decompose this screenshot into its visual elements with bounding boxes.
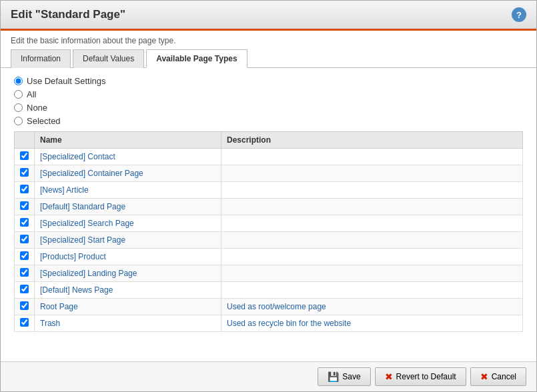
row-checkbox-cell [15, 232, 35, 249]
col-header-name: Name [35, 132, 221, 149]
row-checkbox[interactable] [20, 185, 29, 193]
row-checkbox-cell [15, 165, 35, 182]
row-description [221, 165, 523, 182]
dialog: Edit "Standard Page" ? Edit the basic in… [0, 0, 537, 392]
radio-use-default-label: Use Default Settings [27, 76, 106, 86]
table-row: [Specialized] Contact [15, 149, 523, 165]
radio-selected: Selected [14, 116, 523, 126]
table-row: [Specialized] Search Page [15, 215, 523, 232]
cancel-button[interactable]: ✖ Cancel [470, 367, 526, 386]
table-row: Root PageUsed as root/welcome page [15, 299, 523, 315]
tab-available-page-types[interactable]: Available Page Types [146, 49, 247, 68]
row-description [221, 249, 523, 265]
radio-none-input[interactable] [14, 103, 23, 112]
title-bar: Edit "Standard Page" ? [1, 1, 536, 31]
row-checkbox-cell [15, 199, 35, 215]
row-name: [News] Article [35, 182, 221, 199]
table-row: [Specialized] Start Page [15, 232, 523, 249]
row-checkbox-cell [15, 299, 35, 315]
row-description [221, 182, 523, 199]
cancel-icon: ✖ [480, 371, 488, 382]
revert-label: Revert to Default [396, 372, 456, 381]
row-checkbox[interactable] [20, 318, 29, 327]
row-name: Root Page [35, 299, 221, 315]
row-checkbox[interactable] [20, 301, 29, 310]
table-row: [Default] Standard Page [15, 199, 523, 215]
revert-button[interactable]: ✖ Revert to Default [375, 367, 466, 386]
row-description [221, 149, 523, 165]
save-label: Save [342, 372, 360, 381]
row-checkbox[interactable] [20, 168, 29, 177]
radio-use-default-input[interactable] [14, 77, 23, 85]
table-row: [Specialized] Landing Page [15, 265, 523, 282]
table-row: [News] Article [15, 182, 523, 199]
cancel-label: Cancel [492, 372, 516, 381]
row-name: [Specialized] Start Page [35, 232, 221, 249]
tab-default-values[interactable]: Default Values [73, 49, 144, 68]
row-checkbox[interactable] [20, 201, 29, 210]
row-checkbox[interactable] [20, 235, 29, 243]
row-name: [Specialized] Search Page [35, 215, 221, 232]
row-description [221, 265, 523, 282]
row-description [221, 199, 523, 215]
row-description: Used as root/welcome page [221, 299, 523, 315]
row-checkbox[interactable] [20, 218, 29, 227]
radio-all: All [14, 89, 523, 99]
radio-selected-input[interactable] [14, 117, 23, 125]
content-area: Use Default Settings All None Selected N… [1, 68, 536, 361]
row-name: [Specialized] Landing Page [35, 265, 221, 282]
row-checkbox[interactable] [20, 268, 29, 277]
save-icon: 💾 [328, 371, 339, 382]
row-name: [Default] Standard Page [35, 199, 221, 215]
subtitle: Edit the basic information about the pag… [1, 31, 536, 49]
radio-all-label: All [27, 89, 36, 99]
revert-icon: ✖ [385, 371, 393, 382]
row-checkbox-cell [15, 249, 35, 265]
table-row: [Products] Product [15, 249, 523, 265]
row-name: [Products] Product [35, 249, 221, 265]
dialog-title: Edit "Standard Page" [11, 8, 125, 21]
table-row: [Specialized] Container Page [15, 165, 523, 182]
row-name: [Specialized] Contact [35, 149, 221, 165]
radio-none-label: None [27, 103, 47, 113]
row-description [221, 215, 523, 232]
table-row: TrashUsed as recycle bin for the website [15, 315, 523, 332]
row-description [221, 282, 523, 299]
col-header-description: Description [221, 132, 523, 149]
row-checkbox[interactable] [20, 251, 29, 260]
row-description [221, 232, 523, 249]
radio-all-input[interactable] [14, 90, 23, 99]
radio-use-default: Use Default Settings [14, 76, 523, 86]
row-checkbox-cell [15, 315, 35, 332]
radio-selected-label: Selected [27, 116, 61, 126]
row-checkbox-cell [15, 149, 35, 165]
row-name: [Default] News Page [35, 282, 221, 299]
col-header-check [15, 132, 35, 149]
help-button[interactable]: ? [512, 7, 526, 22]
row-checkbox-cell [15, 282, 35, 299]
row-name: Trash [35, 315, 221, 332]
row-checkbox[interactable] [20, 285, 29, 293]
save-button[interactable]: 💾 Save [318, 367, 370, 386]
row-name: [Specialized] Container Page [35, 165, 221, 182]
tab-information[interactable]: Information [11, 49, 71, 68]
row-checkbox-cell [15, 215, 35, 232]
page-types-table: Name Description [Specialized] Contact[S… [14, 131, 523, 332]
radio-group: Use Default Settings All None Selected [14, 76, 523, 126]
row-checkbox-cell [15, 265, 35, 282]
row-checkbox-cell [15, 182, 35, 199]
table-row: [Default] News Page [15, 282, 523, 299]
radio-none: None [14, 103, 523, 113]
row-description: Used as recycle bin for the website [221, 315, 523, 332]
footer: 💾 Save ✖ Revert to Default ✖ Cancel [1, 361, 536, 391]
tab-bar: Information Default Values Available Pag… [1, 49, 536, 68]
row-checkbox[interactable] [20, 151, 29, 160]
